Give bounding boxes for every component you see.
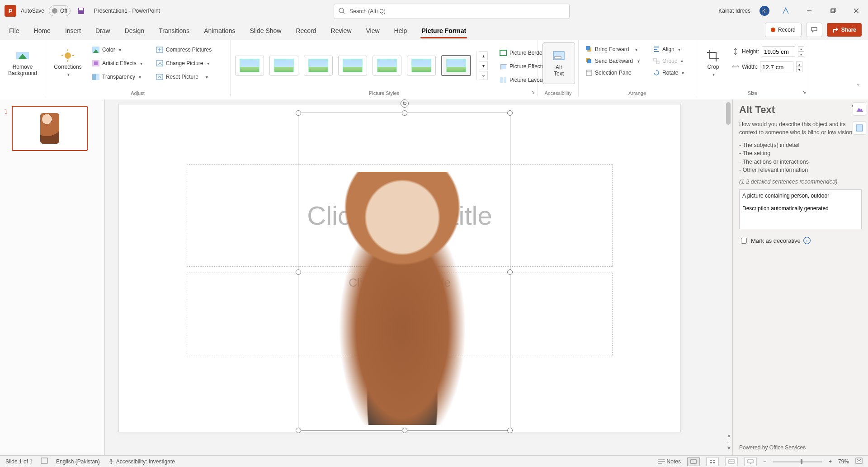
resize-handle-sw[interactable] [296, 428, 301, 433]
alt-text-button[interactable]: Alt Text [542, 42, 575, 84]
style-thumb-6[interactable] [407, 56, 436, 75]
gallery-up-button[interactable]: ▴ [479, 51, 488, 60]
autosave-toggle[interactable]: Off [49, 5, 71, 16]
prev-slide-button[interactable]: ▲ [726, 433, 731, 438]
width-spinner[interactable]: ▴▾ [796, 61, 802, 72]
slide-sorter-button[interactable] [706, 457, 719, 466]
compress-pictures-button[interactable]: Compress Pictures [153, 44, 214, 55]
next-slide-button[interactable]: ▼ [726, 445, 731, 451]
width-input[interactable] [760, 61, 793, 72]
mark-decorative-checkbox[interactable] [741, 238, 747, 244]
tab-file[interactable]: File [8, 24, 20, 38]
tab-review[interactable]: Review [330, 24, 353, 38]
accessibility-status[interactable]: Accessibility: Investigate [108, 458, 175, 465]
window-restore-button[interactable] [826, 4, 840, 18]
remove-background-button[interactable]: Remove Background [5, 42, 41, 83]
canvas-vertical-scrollbar[interactable] [724, 99, 732, 455]
style-thumb-5[interactable] [373, 56, 401, 75]
scroll-thumb[interactable] [726, 102, 731, 125]
bring-forward-button[interactable]: Bring Forward▾ [583, 44, 642, 54]
change-picture-button[interactable]: Change Picture▾ [153, 58, 214, 69]
slide-thumbnail-pane[interactable]: 1 [0, 99, 105, 455]
slide-canvas[interactable]: Click to add title Click to add subtitle… [118, 104, 681, 432]
slide-thumbnail-1[interactable] [12, 106, 88, 151]
zoom-value[interactable]: 79% [838, 458, 849, 465]
resize-handle-ne[interactable] [507, 110, 513, 116]
zoom-slider-knob[interactable] [801, 459, 802, 464]
zoom-in-button[interactable]: + [829, 458, 832, 465]
zoom-slider[interactable] [773, 461, 822, 462]
window-close-button[interactable] [849, 4, 863, 18]
tab-picture-format[interactable]: Picture Format [420, 24, 467, 38]
resize-handle-s[interactable] [402, 428, 407, 433]
resize-handle-w[interactable] [296, 269, 301, 275]
comments-button[interactable] [806, 23, 822, 37]
style-thumb-4[interactable] [338, 56, 367, 75]
zoom-out-button[interactable]: − [763, 458, 766, 465]
tab-record[interactable]: Record [295, 24, 317, 38]
slideshow-view-button[interactable] [744, 457, 757, 466]
selected-picture[interactable]: ↻ Sample [298, 113, 510, 431]
height-spinner[interactable]: ▴▾ [798, 46, 804, 57]
quick-save-button[interactable] [75, 5, 87, 17]
reset-picture-button[interactable]: Reset Picture▾ [153, 71, 214, 82]
style-thumb-2[interactable] [269, 56, 298, 75]
ribbon-collapse-button[interactable]: ˅ [857, 83, 860, 90]
tab-transitions[interactable]: Transitions [158, 24, 190, 38]
rotation-handle[interactable]: ↻ [401, 99, 409, 108]
search-input[interactable]: Search (Alt+Q) [334, 4, 570, 19]
gallery-down-button[interactable]: ▾ [479, 61, 488, 70]
normal-view-button[interactable] [687, 457, 700, 466]
designer-button[interactable] [853, 102, 866, 116]
tab-view[interactable]: View [365, 24, 381, 38]
record-button[interactable]: Record [765, 23, 802, 37]
format-picture-icon [855, 124, 863, 132]
size-dialog-launcher[interactable]: ↘ [802, 89, 806, 95]
reading-view-button[interactable] [725, 457, 738, 466]
slide-canvas-area[interactable]: Click to add title Click to add subtitle… [105, 99, 732, 455]
tab-draw[interactable]: Draw [94, 24, 111, 38]
user-avatar[interactable]: KI [760, 6, 769, 16]
send-backward-button[interactable]: Send Backward▾ [583, 56, 642, 66]
style-thumb-3[interactable] [304, 56, 333, 75]
spell-check-icon[interactable] [41, 458, 48, 465]
resize-handle-e[interactable] [507, 269, 513, 275]
gallery-more-button[interactable]: ▿ [479, 71, 488, 80]
transparency-button[interactable]: Transparency▾ [90, 71, 145, 82]
height-input[interactable] [762, 46, 795, 57]
group-objects-button[interactable]: Group▾ [651, 56, 687, 66]
tab-insert[interactable]: Insert [64, 24, 82, 38]
svg-rect-33 [586, 46, 590, 50]
tab-animations[interactable]: Animations [203, 24, 236, 38]
fit-to-window-button[interactable] [855, 458, 863, 465]
resize-handle-se[interactable] [507, 428, 513, 433]
corrections-button[interactable]: Corrections ▾ [50, 42, 86, 83]
style-thumb-7-selected[interactable] [441, 55, 471, 76]
mark-decorative-row[interactable]: Mark as decorative i [739, 236, 862, 245]
crop-button[interactable]: Crop ▾ [701, 42, 726, 83]
slide-counter[interactable]: Slide 1 of 1 [5, 458, 33, 465]
align-button[interactable]: Align▾ [651, 44, 687, 54]
format-picture-pane-button[interactable] [853, 121, 866, 135]
tab-design[interactable]: Design [124, 24, 146, 38]
resize-handle-nw[interactable] [296, 110, 301, 116]
tab-slideshow[interactable]: Slide Show [249, 24, 282, 38]
powerpoint-app-icon: P [5, 5, 16, 17]
selection-pane-button[interactable]: Selection Pane [583, 68, 642, 78]
style-thumb-1[interactable] [235, 56, 264, 75]
color-button[interactable]: Color▾ [90, 44, 145, 55]
rotate-button[interactable]: Rotate▾ [651, 68, 687, 78]
share-button[interactable]: Share [827, 23, 862, 37]
artistic-effects-button[interactable]: Artistic Effects▾ [90, 58, 145, 69]
picture-styles-gallery[interactable]: ▴ ▾ ▿ [235, 51, 491, 80]
resize-handle-n[interactable] [402, 110, 407, 116]
tab-home[interactable]: Home [33, 24, 52, 38]
language-indicator[interactable]: English (Pakistan) [56, 458, 100, 465]
notes-toggle[interactable]: Notes [658, 458, 681, 465]
tab-help[interactable]: Help [393, 24, 408, 38]
window-minimize-button[interactable] [802, 4, 816, 18]
coming-soon-icon[interactable] [778, 4, 793, 18]
info-icon[interactable]: i [803, 237, 811, 244]
alt-text-textarea[interactable] [739, 189, 862, 229]
picture-styles-dialog-launcher[interactable]: ↘ [531, 89, 535, 95]
